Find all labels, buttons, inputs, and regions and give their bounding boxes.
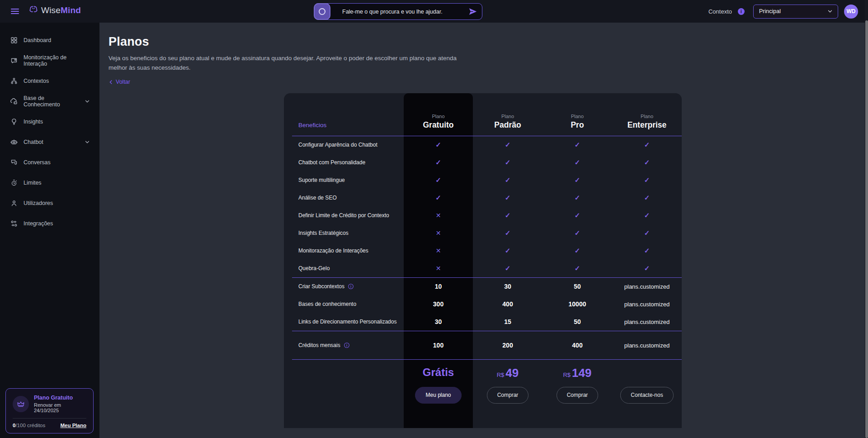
feature-cell: ✓ (542, 247, 612, 255)
topbar: WiseMind Contexto i Principal WD (0, 0, 868, 23)
row-label: Análise de SEO (284, 195, 404, 201)
check-icon: ✓ (435, 141, 441, 148)
row-label-text: Créditos mensais (298, 342, 340, 348)
feature-cell: ✓ (612, 247, 682, 255)
feature-cell: ✓ (404, 194, 473, 202)
sidebar-item-label: Utilizadores (24, 200, 53, 206)
bulb-icon (10, 118, 18, 125)
hamburger-menu-icon[interactable] (10, 6, 20, 16)
limit-value: 400 (572, 342, 582, 349)
assistant-search-input[interactable] (330, 9, 465, 15)
check-icon: ✓ (575, 264, 580, 272)
feature-cell: ✓ (473, 141, 542, 149)
feature-cell: ✓ (473, 158, 542, 167)
plan-small-label: Plano (542, 114, 612, 119)
page-scrollbar[interactable] (865, 0, 868, 438)
sidebar-item-label: Monitorização de Interação (24, 54, 90, 67)
chat-monitor-icon (10, 57, 18, 64)
sidebar-item-monitorizacao-de-interacao[interactable]: Monitorização de Interação (0, 50, 99, 71)
check-icon: ✓ (644, 194, 650, 201)
sidebar-item-base-de-conhecimento[interactable]: Base de Conhecimento (0, 91, 99, 111)
feature-row-monitorazacao-de-interacoes: Monitorazação de Interações✕✓✓✓ (284, 242, 682, 260)
check-icon: ✓ (505, 176, 511, 184)
feature-cell: ✓ (542, 158, 612, 167)
row-label-text: Análise de SEO (298, 195, 337, 201)
feature-cell: ✓ (404, 158, 473, 167)
page-title: Planos (108, 35, 868, 49)
limit-value: 100 (433, 342, 443, 349)
user-avatar[interactable]: WD (844, 5, 858, 19)
info-icon[interactable] (344, 342, 350, 348)
plan-name-label: Gratuito (404, 120, 473, 130)
check-icon: ✓ (505, 264, 511, 272)
price-label: R$49 (497, 371, 519, 378)
sidebar-item-label: Chatbot (24, 139, 43, 145)
my-plan-link[interactable]: Meu Plano (60, 423, 86, 428)
limit-value: 15 (504, 318, 511, 325)
sidebar-item-integracoes[interactable]: Integrações (0, 213, 99, 233)
chevron-down-icon (84, 98, 90, 105)
sidebar-item-conversas[interactable]: Conversas (0, 152, 99, 172)
sidebar-item-limites[interactable]: Limites (0, 172, 99, 193)
limit-cell: plans.customized (612, 282, 682, 290)
sidebar-item-label: Contextos (24, 78, 49, 84)
feature-cell: ✕ (404, 211, 473, 219)
grid-icon (10, 36, 18, 44)
scrollbar-thumb[interactable] (865, 20, 868, 438)
context-info-icon[interactable]: i (738, 8, 745, 15)
user-icon (10, 199, 18, 207)
feature-row-insights-estrategicos: Insights Estratégicos✕✓✓✓ (284, 224, 682, 242)
sidebar-item-chatbot[interactable]: Chatbot (0, 132, 99, 152)
feature-cell: ✕ (404, 229, 473, 237)
feature-row-chatbot-com-personalidade: Chatbot com Personalidade✓✓✓✓ (284, 154, 682, 171)
currency-label: R$ (563, 371, 571, 378)
row-label: Créditos mensais (284, 342, 404, 348)
send-icon[interactable] (465, 4, 480, 19)
plan-card-divider (13, 418, 86, 419)
feature-cell: ✓ (404, 176, 473, 184)
chevron-left-icon (108, 80, 113, 85)
plan-header-padrao: PlanoPadrão (473, 114, 542, 136)
check-icon: ✓ (644, 158, 650, 166)
sidebar-item-utilizadores[interactable]: Utilizadores (0, 193, 99, 213)
plan-price-row: GrátisR$49R$149 (284, 360, 682, 383)
limit-cell: 300 (404, 300, 473, 308)
meu-plano-button-gratuito[interactable]: Meu plano (415, 387, 461, 404)
feature-cell: ✓ (542, 194, 612, 202)
sidebar-item-insights[interactable]: Insights (0, 111, 99, 132)
row-label-text: Bases de conhecimento (298, 301, 356, 307)
row-label-text: Definir Limite de Crédito por Contexto (298, 212, 389, 219)
limit-cell: 400 (473, 300, 542, 308)
sidebar-item-label: Limites (24, 180, 42, 186)
sidebar-item-dashboard[interactable]: Dashboard (0, 30, 99, 50)
back-link[interactable]: Voltar (108, 79, 130, 85)
check-icon: ✓ (575, 247, 580, 254)
limit-cell: 50 (542, 282, 612, 290)
limit-cell: 50 (542, 318, 612, 326)
context-label: Contexto (708, 8, 732, 15)
plan-price-padrao: R$49 (473, 366, 542, 380)
row-label: Links de Direcionamento Personalizados (284, 319, 404, 325)
contacte-nos-button-enterprise[interactable]: Contacte-nos (620, 387, 673, 404)
row-label: Bases de conhecimento (284, 301, 404, 307)
sidebar-item-label: Insights (24, 119, 43, 125)
plan-small-label: Plano (612, 114, 682, 119)
pricing-table: BeneficiosPlanoGratuitoPlanoPadrãoPlanoP… (284, 93, 682, 428)
comprar-button-pro[interactable]: Comprar (557, 387, 599, 404)
limit-cell: 10 (404, 282, 473, 290)
app-logo[interactable]: WiseMind (28, 5, 81, 16)
comprar-button-padrao[interactable]: Comprar (487, 387, 529, 404)
context-select[interactable]: Principal (753, 5, 838, 19)
chevron-down-icon (84, 139, 90, 145)
knowledge-base-icon (10, 97, 18, 105)
plan-header-gratuito: PlanoGratuito (404, 114, 473, 136)
brain-logo-icon (28, 5, 39, 16)
info-icon[interactable] (348, 283, 354, 290)
limit-cell: 100 (404, 341, 473, 349)
assistant-search-bar[interactable] (314, 3, 482, 20)
limit-value: plans.customized (624, 301, 670, 308)
feature-cell: ✓ (542, 211, 612, 219)
sidebar-item-contextos[interactable]: Contextos (0, 71, 99, 91)
check-icon: ✓ (505, 141, 511, 148)
feature-cell: ✓ (612, 229, 682, 237)
